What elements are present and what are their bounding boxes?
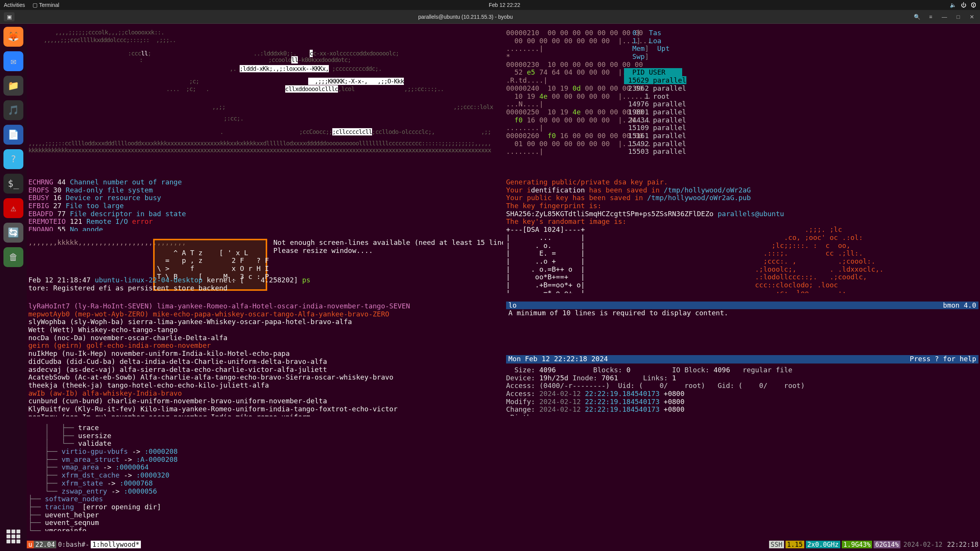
ssh-pane: Generating public/private dsa key pair. … <box>506 178 978 293</box>
dock-error-report[interactable]: ⚠ <box>3 198 23 218</box>
phonetic-pane: lyRaHoInt7 (ly-Ra-HoInt-SEVEN) lima-yank… <box>28 302 503 416</box>
maximize-button[interactable]: □ <box>954 13 962 21</box>
byobu-disk: 62G14% <box>874 541 900 548</box>
sound-icon[interactable]: 🔈 <box>950 2 956 8</box>
power-icon[interactable]: ⏼ <box>971 2 976 8</box>
byobu-time: 22:22:18 <box>946 541 980 548</box>
stat-help-hint: Press ? for help <box>910 355 976 364</box>
activities-button[interactable]: Activities <box>4 2 25 8</box>
bmon-iface: lo <box>508 302 517 309</box>
byobu-cpu: 2x0.0GHz <box>806 541 840 548</box>
current-app[interactable]: ▢ Terminal <box>33 2 59 8</box>
dock-thunderbird[interactable]: ✉ <box>3 51 23 71</box>
byobu-date: 2024-02-12 <box>902 541 944 548</box>
byobu-statusbar: u 22.04 0:bash#- 1:hollywood* SSH 1.15 2… <box>27 540 980 549</box>
stat-header: Mon Feb 12 22:22:18 2024 Press ? for hel… <box>506 355 978 364</box>
bmon-header: lo bmon 4.0 <box>506 302 978 309</box>
stat-date: Mon Feb 12 22:22:18 2024 <box>508 355 608 364</box>
window-title: parallels@ubuntu (10.211.55.3) - byobu <box>18 14 913 20</box>
show-applications[interactable] <box>7 530 20 543</box>
close-button[interactable]: ✕ <box>968 13 976 21</box>
clock[interactable]: Feb 12 22:22 <box>59 2 950 8</box>
dock: 🦊 ✉ 📁 🎵 📄 ? $_ ⚠ 🔄 🗑 <box>0 24 27 551</box>
search-icon[interactable]: 🔍 <box>913 13 921 21</box>
byobu-session[interactable]: 0:bash#- <box>56 541 91 548</box>
byobu-mem: 1.9G43% <box>842 541 872 548</box>
window-titlebar: ▣ parallels@ubuntu (10.211.55.3) - byobu… <box>0 10 980 24</box>
dock-help[interactable]: ? <box>3 149 23 169</box>
byobu-load: 1.15 <box>786 541 804 548</box>
dock-firefox[interactable]: 🦊 <box>3 27 23 47</box>
worldmap-pane: ,,,,;;;;;;cccolk,,,;;clooooxxk::. ,,,,,;… <box>28 29 503 155</box>
stat-block: Size: 4096 Blocks: 0 IO Block: 4096 regu… <box>506 366 978 416</box>
bmon-message: A minimum of 10 lines is required to dis… <box>506 309 978 317</box>
dock-terminal[interactable]: $_ <box>3 174 23 194</box>
dock-rhythmbox[interactable]: 🎵 <box>3 100 23 120</box>
menu-icon[interactable]: ≡ <box>926 13 935 21</box>
matrix-pane: ,,,,,,,kkkkk,,,,,,,,,,,,,,,,,,,,,,,,,, ^… <box>28 239 503 293</box>
top-pane: 0] Tas 1] Loa Mem] Upt Swp] PID USER 156… <box>624 29 701 155</box>
bmon-version: bmon 4.0 <box>943 302 976 309</box>
byobu-version: 22.04 <box>34 541 56 548</box>
new-tab-button[interactable]: ▣ <box>4 12 15 21</box>
terminal[interactable]: ,,,,;;;;;;cccolk,,,;;clooooxxk::. ,,,,,;… <box>27 24 980 551</box>
byobu-ssh-badge: SSH <box>769 541 784 548</box>
errno-pane: ECHRNG 44 Channel number out of range ER… <box>28 178 503 231</box>
dock-files[interactable]: 📁 <box>3 76 23 96</box>
byobu-logo: u <box>27 541 34 548</box>
dock-trash[interactable]: 🗑 <box>3 247 23 267</box>
dock-libreoffice[interactable]: 📄 <box>3 125 23 145</box>
minimize-button[interactable]: — <box>940 13 949 21</box>
network-icon[interactable]: ⏻ <box>961 2 966 8</box>
system-topbar: Activities ▢ Terminal Feb 12 22:22 🔈 ⏻ ⏼ <box>0 0 980 10</box>
dock-software-updater[interactable]: 🔄 <box>3 223 23 243</box>
byobu-tab-active[interactable]: 1:hollywood* <box>91 541 141 548</box>
tree-pane: │ ├── trace │ ├── usersize │ └── validat… <box>28 424 947 531</box>
